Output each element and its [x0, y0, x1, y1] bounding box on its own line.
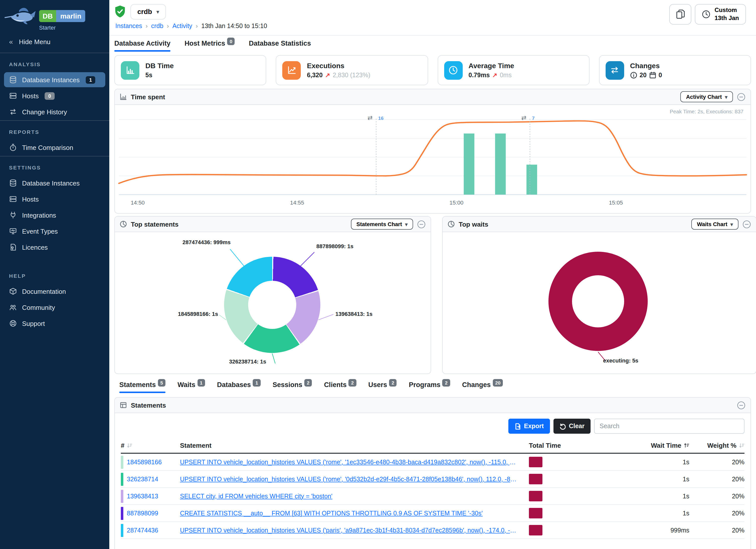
- export-icon: [514, 423, 521, 429]
- statement-link[interactable]: UPSERT INTO vehicle_location_histories V…: [180, 459, 529, 466]
- sidebar-item-change-history[interactable]: Change History: [4, 104, 105, 119]
- collapse-panel-button[interactable]: [737, 401, 745, 409]
- donut-slice-label: 139638413: 1s: [335, 311, 372, 317]
- time-spent-chart[interactable]: ⇄16⇄714:5014:5515:0015:05: [115, 105, 750, 213]
- change-annotation-icon[interactable]: ⇄: [521, 114, 526, 121]
- instance-selector[interactable]: crdb ▾: [130, 4, 166, 20]
- donut-hole: [572, 275, 624, 327]
- tab-database-activity[interactable]: Database Activity: [114, 40, 170, 52]
- undo-icon: [559, 423, 566, 429]
- weight-value: 20%: [689, 459, 744, 466]
- time-spent-chart-body: Peak Time: 2s, Executions: 837 ⇄16⇄714:5…: [115, 105, 750, 213]
- column-header-statement[interactable]: Statement: [180, 442, 529, 449]
- change-annotation-icon[interactable]: ⇄: [367, 114, 372, 121]
- tab-database-statistics[interactable]: Database Statistics: [249, 40, 311, 52]
- copy-link-button[interactable]: [670, 4, 692, 25]
- tab-clients[interactable]: Clients2: [324, 381, 356, 393]
- sidebar-item-label: Integrations: [22, 211, 56, 219]
- waits-chart-select[interactable]: Waits Chart ▾: [692, 219, 739, 230]
- top-waits-header: Top waits Waits Chart ▾: [443, 217, 756, 232]
- chevron-down-icon: ▾: [725, 94, 727, 100]
- chevrons-left-icon: «: [9, 38, 13, 46]
- search-input[interactable]: [594, 419, 744, 434]
- db-time-line[interactable]: [119, 121, 746, 183]
- brand-badge: DB marlin: [39, 10, 85, 22]
- collapse-panel-button[interactable]: [417, 220, 426, 228]
- tab-changes[interactable]: Changes20: [462, 381, 503, 393]
- column-header-total-time[interactable]: Total Time: [529, 442, 604, 449]
- sidebar-item-hosts[interactable]: Hosts: [4, 192, 105, 207]
- minus-circle-icon: [737, 401, 745, 409]
- sidebar-item-licences[interactable]: Licences: [4, 240, 105, 255]
- column-header-wait-time[interactable]: Wait Time: [604, 442, 689, 449]
- statement-id-link[interactable]: 326238714: [127, 476, 158, 483]
- tab-label: Programs: [409, 381, 440, 389]
- export-button[interactable]: Export: [508, 419, 550, 434]
- average-time-value: 0.79ms: [468, 72, 490, 79]
- statement-id-link[interactable]: 139638413: [127, 493, 158, 500]
- tab-statements[interactable]: Statements5: [119, 381, 165, 393]
- sidebar-item-community[interactable]: Community: [4, 300, 105, 315]
- card-changes[interactable]: Changes 20 0: [599, 55, 751, 85]
- sidebar-item-event-types[interactable]: Event Types: [4, 224, 105, 239]
- tab-label: Database Statistics: [249, 40, 311, 47]
- edition-label: Starter: [39, 25, 85, 31]
- tab-users[interactable]: Users2: [368, 381, 397, 393]
- statement-link[interactable]: SELECT city, id FROM vehicles WHERE city…: [180, 493, 529, 500]
- sidebar-item-hosts[interactable]: Hosts0: [4, 88, 105, 103]
- executions-bar[interactable]: [526, 165, 537, 195]
- card-title: Executions: [307, 62, 370, 70]
- sidebar-item-support[interactable]: Support: [4, 316, 105, 331]
- marlin-fish-icon: [4, 6, 37, 28]
- tab-host-metrics[interactable]: Host Metrics0: [184, 40, 235, 52]
- breadcrumb-crdb[interactable]: crdb: [151, 23, 163, 30]
- hide-menu-button[interactable]: « Hide Menu: [0, 31, 109, 52]
- statements-chart-select[interactable]: Statements Chart ▾: [351, 219, 413, 230]
- tab-label: Clients: [324, 381, 347, 389]
- sidebar-section-title: SETTINGS: [0, 157, 109, 174]
- tab-waits[interactable]: Waits1: [177, 381, 205, 393]
- tab-programs[interactable]: Programs2: [409, 381, 450, 393]
- sidebar-item-integrations[interactable]: Integrations: [4, 208, 105, 223]
- column-header-id[interactable]: #: [121, 442, 180, 449]
- statements-donut-chart[interactable]: [224, 257, 320, 353]
- statement-link[interactable]: UPSERT INTO vehicle_location_histories V…: [180, 527, 529, 534]
- collapse-panel-button[interactable]: [742, 220, 751, 228]
- card-db-time[interactable]: DB Time 5s: [114, 55, 266, 85]
- tab-sessions[interactable]: Sessions2: [272, 381, 312, 393]
- card-title: DB Time: [145, 62, 174, 70]
- detail-tabs: Statements5Waits1Databases1Sessions2Clie…: [114, 377, 751, 393]
- time-range-button[interactable]: Custom 13th Jan: [695, 4, 746, 25]
- statement-link[interactable]: UPSERT INTO vehicle_location_histories V…: [180, 476, 529, 483]
- clear-button[interactable]: Clear: [553, 419, 591, 434]
- shield-check-icon: [114, 5, 126, 19]
- activity-chart-select[interactable]: Activity Chart ▾: [681, 91, 733, 102]
- card-executions[interactable]: Executions 6,320 ↗ 2,830 (123%): [276, 55, 428, 85]
- pie-chart-icon: [448, 221, 455, 228]
- statement-link[interactable]: CREATE STATISTICS __auto__ FROM [63] WIT…: [180, 510, 529, 517]
- sidebar-item-time-comparison[interactable]: Time Comparison: [4, 140, 105, 155]
- tab-databases[interactable]: Databases1: [217, 381, 261, 393]
- donut-slice-label: 887898099: 1s: [316, 243, 353, 249]
- breadcrumb-instances[interactable]: Instances: [115, 23, 142, 30]
- top-statements-header: Top statements Statements Chart ▾: [115, 217, 431, 232]
- statement-id-link[interactable]: 287474436: [127, 527, 158, 534]
- statement-id-link[interactable]: 887898099: [127, 510, 158, 517]
- column-header-weight[interactable]: Weight %: [689, 442, 744, 449]
- waits-donut-chart[interactable]: [548, 252, 648, 351]
- database-icon: [9, 179, 17, 187]
- statement-id-link[interactable]: 1845898166: [127, 459, 162, 466]
- breadcrumb-activity[interactable]: Activity: [172, 23, 192, 30]
- count-badge: 2: [349, 379, 356, 387]
- collapse-panel-button[interactable]: [737, 93, 745, 101]
- total-time-bar: [529, 525, 542, 535]
- executions-bar[interactable]: [464, 134, 475, 195]
- card-average-time[interactable]: Average Time 0.79ms ↗ 0ms: [437, 55, 590, 85]
- donut-hole: [248, 281, 296, 329]
- executions-bar[interactable]: [495, 134, 506, 195]
- total-time-bar: [529, 474, 542, 484]
- sidebar-item-database-instances[interactable]: Database Instances: [4, 175, 105, 191]
- sidebar-item-label: Community: [22, 304, 55, 311]
- sidebar-item-database-instances[interactable]: Database Instances1: [4, 72, 105, 87]
- sidebar-item-documentation[interactable]: Documentation: [4, 284, 105, 299]
